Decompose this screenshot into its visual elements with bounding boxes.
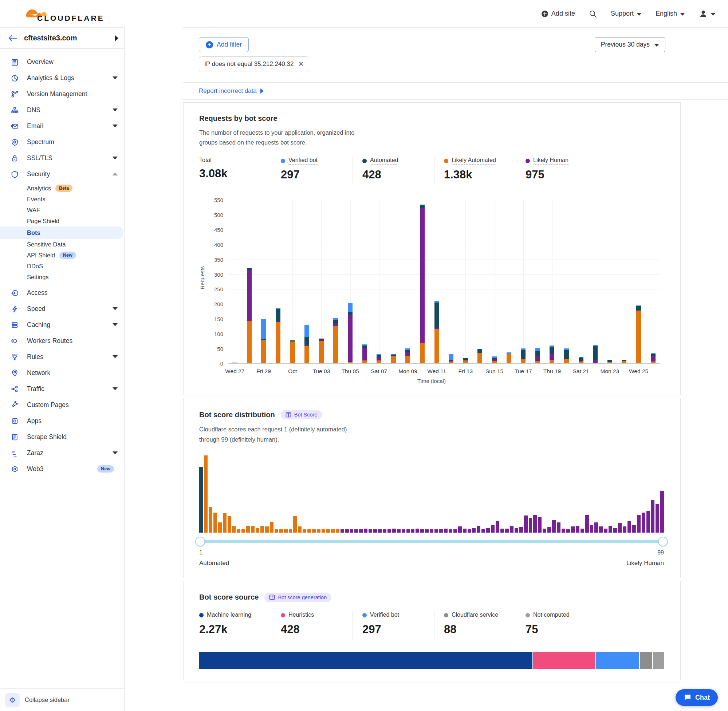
score-bin-71[interactable] (529, 518, 532, 533)
score-bin-32[interactable] (345, 530, 349, 532)
score-bin-5[interactable] (218, 522, 222, 533)
sidebar-subitem-bots[interactable]: Bots (0, 226, 124, 239)
score-bin-16[interactable] (270, 522, 273, 533)
score-bin-89[interactable] (613, 528, 617, 533)
score-bin-29[interactable] (331, 530, 335, 532)
sidebar-subitem-page-shield[interactable]: Page Shield (0, 215, 124, 226)
score-bin-8[interactable] (232, 526, 236, 533)
score-bin-23[interactable] (303, 530, 306, 532)
sidebar-item-zaraz[interactable]: Zaraz (0, 445, 124, 461)
collapse-sidebar-button[interactable]: Collapse sidebar (25, 696, 69, 704)
remove-filter-icon[interactable]: ✕ (298, 60, 304, 68)
stacked-bar-oct-15[interactable] (492, 200, 497, 364)
stacked-bar-oct-21[interactable] (579, 200, 583, 364)
stacked-bar-oct-02[interactable] (304, 200, 309, 364)
score-bin-73[interactable] (538, 517, 542, 532)
score-bin-43[interactable] (397, 530, 400, 532)
sidebar-item-overview[interactable]: Overview (0, 54, 124, 70)
site-expand-icon[interactable] (115, 35, 118, 41)
score-bin-15[interactable] (265, 527, 269, 533)
score-bin-21[interactable] (293, 516, 297, 533)
stacked-bar-oct-17[interactable] (521, 200, 526, 364)
stacked-bar-oct-16[interactable] (506, 200, 511, 364)
sidebar-subitem-events[interactable]: Events (0, 194, 124, 205)
score-bin-87[interactable] (604, 529, 607, 533)
add-filter-button[interactable]: + Add filter (199, 37, 249, 52)
score-bin-37[interactable] (369, 530, 372, 532)
score-bin-79[interactable] (566, 530, 570, 532)
score-bin-28[interactable] (326, 530, 330, 532)
score-bin-12[interactable] (251, 526, 255, 533)
score-bin-25[interactable] (312, 530, 316, 532)
score-bin-56[interactable] (458, 527, 462, 533)
score-bin-52[interactable] (439, 530, 443, 532)
score-bin-11[interactable] (246, 526, 250, 533)
score-bin-7[interactable] (227, 516, 231, 533)
score-bin-9[interactable] (237, 530, 240, 532)
score-bin-75[interactable] (547, 527, 551, 533)
back-arrow-icon[interactable] (8, 34, 18, 42)
score-bin-76[interactable] (552, 520, 556, 533)
filter-chip[interactable]: IP does not equal 35.212.240.32 ✕ (199, 56, 309, 71)
score-bin-54[interactable] (449, 530, 452, 532)
score-bin-39[interactable] (378, 530, 382, 532)
sidebar-item-access[interactable]: Access (0, 285, 124, 301)
stacked-bar-oct-18[interactable] (535, 200, 540, 364)
score-bin-62[interactable] (486, 528, 490, 533)
score-bin-19[interactable] (284, 530, 288, 532)
time-range-dropdown[interactable]: Previous 30 days (595, 37, 665, 52)
score-bin-67[interactable] (510, 526, 514, 533)
score-bin-44[interactable] (402, 530, 405, 532)
sidebar-item-analytics-logs[interactable]: Analytics & Logs (0, 70, 124, 86)
score-bin-50[interactable] (430, 530, 433, 532)
sidebar-item-version-management[interactable]: Version Management (0, 86, 124, 102)
score-bin-93[interactable] (632, 525, 636, 533)
sidebar-item-dns[interactable]: DNS (0, 102, 124, 118)
score-bin-90[interactable] (618, 523, 622, 532)
score-bin-10[interactable] (241, 530, 245, 532)
stacked-bar-oct-25[interactable] (636, 200, 641, 364)
slider-handle-max[interactable] (658, 537, 668, 546)
score-bin-70[interactable] (524, 515, 528, 533)
bot-score-generation-badge[interactable]: Bot score generation (264, 593, 331, 602)
score-bin-26[interactable] (317, 530, 320, 532)
score-bin-59[interactable] (472, 528, 475, 533)
score-bin-34[interactable] (354, 530, 358, 532)
sidebar-item-speed[interactable]: Speed (0, 301, 124, 317)
source-segment-verified-bot[interactable] (596, 652, 640, 669)
source-segment-not-computed[interactable] (653, 652, 664, 669)
stacked-bar-oct-19[interactable] (549, 200, 554, 364)
sidebar-item-email[interactable]: Email (0, 118, 124, 134)
score-bin-64[interactable] (496, 521, 499, 533)
score-bin-78[interactable] (561, 529, 565, 533)
score-bin-4[interactable] (213, 513, 217, 533)
score-bin-92[interactable] (628, 521, 631, 533)
stacked-bar-oct-20[interactable] (564, 200, 569, 364)
score-bin-30[interactable] (336, 530, 340, 532)
score-bin-86[interactable] (599, 527, 603, 533)
score-bin-45[interactable] (406, 530, 410, 532)
score-bin-98[interactable] (656, 504, 659, 532)
sidebar-item-rules[interactable]: Rules (0, 349, 124, 365)
stacked-bar-oct-04[interactable] (333, 200, 338, 364)
score-bin-74[interactable] (543, 529, 546, 533)
score-bin-82[interactable] (580, 529, 584, 533)
score-bin-61[interactable] (481, 530, 485, 532)
score-bin-66[interactable] (505, 529, 509, 533)
stacked-bar-oct-03[interactable] (319, 200, 324, 364)
language-menu[interactable]: English (656, 10, 685, 18)
stacked-bar-oct-23[interactable] (607, 200, 612, 364)
stacked-bar-oct-09[interactable] (405, 200, 410, 364)
sidebar-item-spectrum[interactable]: Spectrum (0, 134, 124, 150)
sidebar-item-apps[interactable]: Apps (0, 413, 124, 429)
score-bin-95[interactable] (642, 513, 645, 533)
sidebar-subitem-api-shield[interactable]: API ShieldNew (0, 250, 124, 261)
score-bin-81[interactable] (576, 526, 579, 533)
site-selector[interactable]: cftestsite3.com (0, 28, 124, 49)
score-bin-31[interactable] (341, 530, 344, 532)
score-bin-14[interactable] (260, 526, 264, 533)
support-menu[interactable]: Support (611, 10, 642, 18)
score-bin-1[interactable] (199, 467, 203, 533)
score-bin-35[interactable] (359, 530, 363, 532)
score-bin-48[interactable] (420, 530, 424, 532)
